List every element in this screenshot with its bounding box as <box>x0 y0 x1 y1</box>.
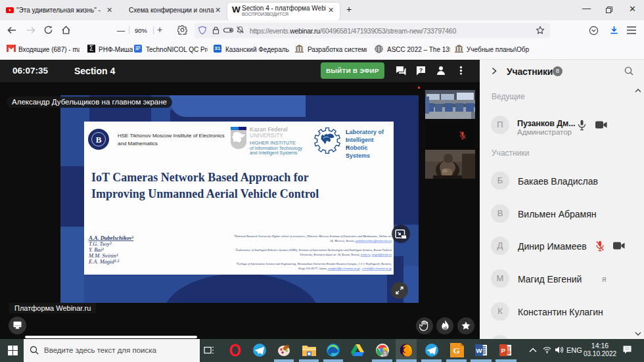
svg-text:IoT Cameras Network Based Appr: IoT Cameras Network Based Approach for <box>91 171 309 184</box>
svg-text:Improving Unmanned Aerial Vehi: Improving Unmanned Aerial Vehicle Contro… <box>91 187 319 200</box>
svg-text:W: W <box>476 347 482 354</box>
svg-text:UNIVERSITY: UNIVERSITY <box>250 132 283 139</box>
svg-text:P: P <box>501 347 506 354</box>
svg-text:B: B <box>96 135 102 145</box>
svg-text:HSE Tikhonov Moscow Institute: HSE Tikhonov Moscow Institute of Electro… <box>118 133 225 139</box>
svg-text:Systems: Systems <box>346 152 370 159</box>
svg-text:G: G <box>453 346 459 355</box>
svg-text:?: ? <box>419 67 423 74</box>
svg-text:Intelligent: Intelligent <box>346 137 374 143</box>
svg-text:Robotic: Robotic <box>346 145 368 151</box>
svg-text:Laboratory of: Laboratory of <box>346 129 384 135</box>
svg-text:and Mathematics: and Mathematics <box>118 141 158 147</box>
svg-text:HIGHER INSTITUTE: HIGHER INSTITUTE <box>250 140 296 146</box>
svg-text:and Intelligent Systems: and Intelligent Systems <box>250 150 298 156</box>
svg-text:E.A. Magid¹·²: E.A. Magid¹·² <box>88 258 120 265</box>
